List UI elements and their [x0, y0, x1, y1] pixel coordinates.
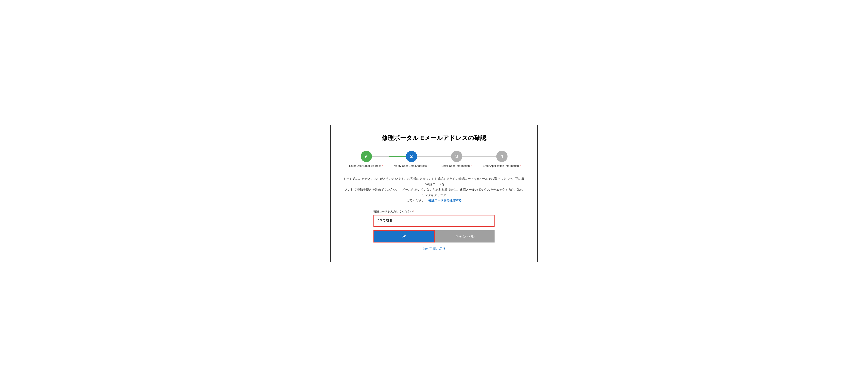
step-line-3-right	[462, 156, 479, 157]
step-line-1-2	[372, 156, 389, 157]
step-2: 2 Verify User Email Address *	[389, 151, 434, 168]
step-4: 4 Enter Application Information *	[479, 151, 524, 168]
description-text: お申し込みいただき、ありがとうございます。お客様のアカウントを確認するための確認…	[344, 176, 524, 203]
step-2-label: Verify User Email Address *	[394, 164, 429, 168]
form-area: 確認コードを入力してください* 次 キャンセル 前の手順に戻り	[344, 210, 524, 251]
step-4-label: Enter Application Information *	[483, 164, 521, 168]
next-button[interactable]: 次	[373, 230, 435, 242]
cancel-button[interactable]: キャンセル	[435, 230, 495, 242]
step-3-circle: 3	[451, 151, 462, 162]
step-4-circle: 4	[496, 151, 507, 162]
step-3: 3 Enter User Information *	[434, 151, 479, 168]
code-input-label: 確認コードを入力してください*	[373, 210, 495, 213]
page-container: 修理ポータル Eメールアドレスの確認 ✓ Enter User Email Ad…	[330, 125, 538, 262]
step-1-circle: ✓	[361, 151, 372, 162]
back-link[interactable]: 前の手順に戻り	[423, 247, 445, 251]
step-line-2-right	[417, 156, 434, 157]
stepper: ✓ Enter User Email Address * 2 Verify Us…	[344, 151, 524, 168]
step-line-3-left	[434, 156, 451, 157]
checkmark-icon: ✓	[364, 153, 369, 159]
button-row: 次 キャンセル	[373, 230, 495, 242]
resend-code-link[interactable]: 確認コードを再送信する	[428, 199, 462, 202]
verification-code-input[interactable]	[373, 215, 495, 227]
step-line-4-left	[479, 156, 496, 157]
step-1: ✓ Enter User Email Address *	[344, 151, 389, 168]
step-2-circle: 2	[406, 151, 417, 162]
step-1-label: Enter User Email Address *	[349, 164, 383, 168]
code-input-group: 確認コードを入力してください*	[373, 210, 495, 227]
page-title: 修理ポータル Eメールアドレスの確認	[344, 134, 524, 142]
step-line-2-left	[389, 156, 406, 157]
step-line-4-right	[507, 156, 525, 157]
step-3-label: Enter User Information *	[441, 164, 472, 168]
